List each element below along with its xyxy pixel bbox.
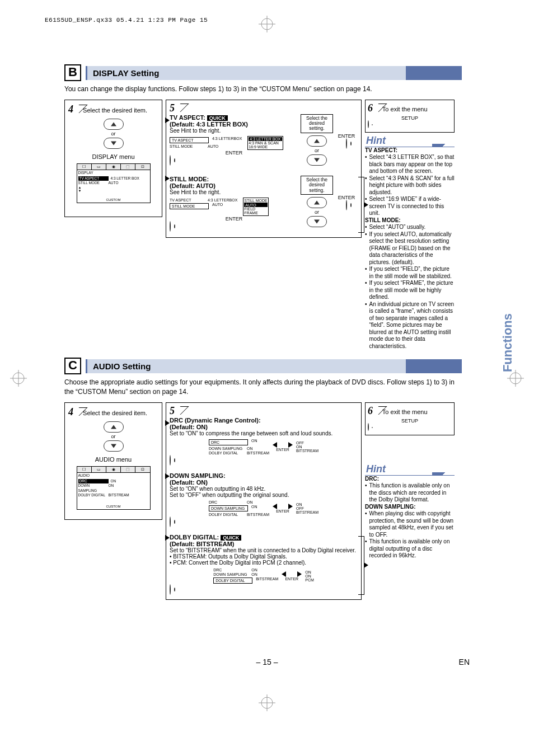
tv-aspect-default: (Default: 4:3 LETTER BOX)	[170, 121, 298, 128]
tab-icon: ☐	[77, 164, 92, 170]
step6-hint-col-c: 6 To exit the menu SETUP Hint DRC: This …	[365, 402, 455, 560]
hint-tv-aspect-h: TV ASPECT:	[365, 147, 397, 153]
or-label: or	[68, 434, 158, 439]
mini-val2: AUTO	[212, 203, 223, 210]
arrow-right-icon	[297, 571, 302, 577]
section-b-intro: You can change the display functions. Fo…	[64, 84, 462, 94]
mini-val: 4:3 LETTERBOX	[212, 137, 242, 144]
print-header: E61S5UD_ENSP.qx33 05.4.21 1:23 PM Page 1…	[45, 17, 208, 24]
hint-bullet: When playing disc with copyright protect…	[365, 510, 455, 538]
hint-heading: Hint	[365, 135, 455, 147]
mini-val: 4:3 LETTERBOX	[208, 198, 237, 202]
section-c-intro: Choose the appropriate audio settings fo…	[64, 378, 462, 397]
mini-key: TV ASPECT	[170, 198, 204, 202]
step-number: 4	[68, 104, 81, 115]
setup-button-icon	[368, 423, 369, 431]
step5-container-b: 5 TV ASPECT: QUICK (Default: 4:3 LETTER …	[166, 100, 362, 238]
osd-row-val: 4:3 LETTER BOX	[111, 176, 139, 181]
mini-key: DOWN SAMPLING	[213, 572, 248, 576]
mini-key: DOLBY DIGITAL	[209, 513, 243, 516]
right-val: OFF	[296, 441, 318, 445]
step6-text: To exit the menu	[382, 408, 428, 415]
crop-mark-left	[10, 370, 27, 387]
hint-heading: Hint	[365, 463, 455, 476]
osd-display-menu: ☐▭◉⬚⊡ DISPLAY TV ASPECT4:3 LETTER BOX ST…	[77, 163, 151, 203]
dolby-b1: • BITSTREAM: Outputs a Dolby Digital Sig…	[170, 553, 358, 560]
mini-val: ON	[251, 568, 257, 572]
tab-icon: ⬚	[121, 467, 135, 472]
section-letter-c: C	[64, 358, 81, 374]
right-val: ON	[305, 574, 314, 578]
hint-bullet: This function is available only on digit…	[365, 538, 455, 560]
osd-audio-menu: ☐▭◉⬚⊡ AUDIO DRCON DOWN SAMPLINGON DOLBY …	[77, 466, 151, 510]
step6-hint-col-b: 6 To exit the menu SETUP Hint TV ASPECT:…	[365, 100, 455, 350]
enter-label: ENTER	[273, 448, 293, 452]
hint-drc-h: DRC:	[365, 476, 379, 482]
section-letter-b: B	[64, 64, 81, 81]
mini-key: DOWN SAMPLING	[209, 447, 243, 450]
bracket-flow-icon	[358, 177, 364, 233]
mini-key2: STILL MODE	[170, 144, 204, 148]
opt: FIELD	[244, 207, 267, 211]
down-button-icon	[307, 216, 327, 227]
or-label: or	[68, 131, 158, 137]
step5-container-c: 5 DRC (Dynamic Range Control): (Default:…	[166, 402, 362, 600]
hint-bullet: Select “AUTO” usually.	[365, 224, 455, 231]
side-tab-functions: Functions	[500, 313, 515, 372]
crop-mark-top	[259, 16, 275, 32]
down-button-icon	[307, 154, 327, 166]
arrow-left-icon	[282, 571, 286, 577]
osd-row-key: DOWN SAMPLING	[78, 483, 106, 493]
osd-row-key: STILL MODE	[78, 181, 106, 185]
down-button-icon	[104, 440, 124, 452]
audio-menu-label: AUDIO menu	[68, 456, 158, 463]
mini-key2: STILL MODE	[170, 203, 209, 209]
osd-row-val: ON	[109, 483, 114, 493]
hint-down-h: DOWN SAMPLING:	[365, 504, 416, 510]
mini-val: ON	[251, 572, 257, 576]
mini-val: BITSTREAM	[247, 451, 269, 455]
osd-row-key: DOLBY DIGITAL	[78, 493, 106, 497]
enter-button-icon	[170, 516, 171, 527]
tab-icon: ⬚	[121, 164, 135, 170]
tab-icon: ☐	[77, 467, 92, 472]
enter-button-icon	[170, 155, 171, 166]
dolby-default: (Default: BITSTREAM)	[170, 541, 358, 547]
step4-box-c: 4 Select the desired item. or AUDIO menu…	[64, 402, 162, 520]
bracket-flow-icon	[358, 536, 364, 595]
dolby-note: Set to “BITSTREAM” when the unit is conn…	[170, 547, 358, 553]
page-number: – 15 –	[256, 658, 278, 666]
right-val: PCM	[305, 578, 314, 582]
arrow-right-icon	[288, 504, 293, 509]
flow-arrow-icon	[165, 118, 170, 123]
osd-title: AUDIO	[77, 473, 150, 478]
down-note2: Set to “OFF” when outputting the origina…	[170, 492, 358, 498]
mini-key: DOWN SAMPLING	[209, 505, 248, 511]
flow-arrow-icon	[165, 473, 170, 479]
setup-button-icon	[368, 120, 369, 128]
down-default: (Default: ON)	[170, 479, 358, 486]
right-val: OFF	[296, 506, 318, 510]
arrow-left-icon	[273, 504, 277, 509]
section-title-audio: AUDIO Setting	[86, 359, 462, 373]
crop-mark-bottom	[259, 694, 275, 711]
hint-bullet: An individual picture on TV screen is ca…	[365, 301, 455, 350]
osd-row-val: AUTO	[109, 181, 119, 185]
dolby-heading: DOLBY DIGITAL:	[170, 534, 219, 541]
down-note1: Set to “ON” when outputting in 48 kHz.	[170, 486, 358, 492]
still-mode-note: See Hint to the right.	[170, 189, 298, 195]
hint-bullet: If you select AUTO, automatically select…	[365, 231, 455, 266]
step-number: 4	[68, 406, 81, 418]
hint-bullet: Select “4:3 PAN & SCAN” for a full heigh…	[365, 175, 455, 196]
setup-label: SETUP	[368, 115, 452, 121]
dolby-b2: • PCM: Convert the Dolby Digital into PC…	[170, 560, 358, 566]
mini-key: DRC	[209, 500, 243, 504]
quick-badge: QUICK	[221, 535, 241, 541]
enter-label: ENTER	[273, 509, 293, 513]
still-mode-default: (Default: AUTO)	[170, 182, 298, 189]
hint-bullet: Select “16:9 WIDE” if a wide-screen TV i…	[365, 196, 455, 217]
step4-text: Select the desired item.	[83, 410, 147, 416]
tab-icon: ◉	[106, 467, 121, 472]
up-button-icon	[307, 135, 327, 147]
flow-arrow-icon	[165, 420, 170, 426]
